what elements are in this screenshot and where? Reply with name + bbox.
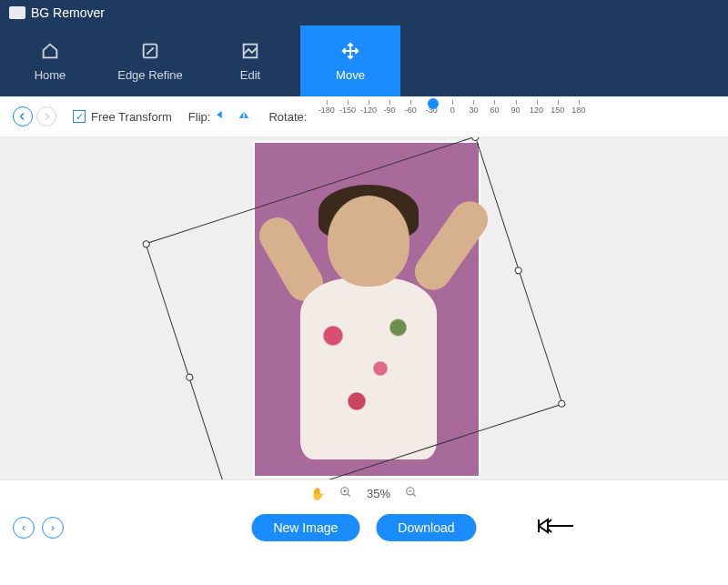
- zoom-in-icon[interactable]: [339, 486, 352, 501]
- rotate-slider[interactable]: -180-150-120-90-60-300306090120150180: [316, 106, 589, 127]
- next-image-button[interactable]: ›: [42, 517, 64, 539]
- handle-br[interactable]: [557, 399, 566, 408]
- app-logo-icon: [9, 6, 25, 19]
- flip-horizontal-icon[interactable]: [216, 107, 230, 126]
- flip-vertical-icon[interactable]: [236, 107, 252, 126]
- rotate-knob[interactable]: [428, 98, 439, 109]
- checkbox-icon: ✓: [73, 110, 86, 123]
- redo-button[interactable]: [36, 106, 56, 126]
- rotate-label: Rotate:: [268, 110, 307, 124]
- annotation-arrow-icon: [537, 516, 575, 540]
- app-title: BG Remover: [31, 5, 105, 20]
- home-icon: [40, 41, 60, 61]
- prev-image-button[interactable]: ‹: [13, 517, 35, 539]
- move-icon: [340, 41, 360, 61]
- hand-tool-icon[interactable]: ✋: [310, 487, 325, 500]
- svg-rect-2: [244, 110, 245, 120]
- footer: ‹ › New Image Download: [0, 507, 728, 548]
- tab-edge-refine[interactable]: Edge Refine: [100, 25, 200, 96]
- handle-tl[interactable]: [142, 239, 151, 248]
- tab-label: Move: [336, 68, 365, 82]
- zoom-level: 35%: [367, 487, 390, 500]
- flip-label: Flip:: [188, 110, 211, 124]
- subject-cutout: [264, 159, 470, 476]
- zoom-bar: ✋ 35%: [0, 479, 728, 507]
- zoom-out-icon[interactable]: [405, 486, 418, 501]
- tab-label: Home: [35, 68, 66, 82]
- tab-label: Edge Refine: [117, 68, 183, 82]
- edge-refine-icon: [140, 41, 160, 61]
- edit-icon: [240, 41, 260, 61]
- download-button[interactable]: Download: [376, 514, 476, 541]
- new-image-button[interactable]: New Image: [251, 514, 359, 541]
- tab-move[interactable]: Move: [300, 25, 400, 96]
- free-transform-toggle[interactable]: ✓ Free Transform: [73, 110, 172, 124]
- main-tabs: Home Edge Refine Edit Move: [0, 25, 728, 96]
- handle-mr[interactable]: [514, 266, 523, 275]
- tab-edit[interactable]: Edit: [200, 25, 300, 96]
- canvas[interactable]: [0, 137, 728, 479]
- undo-button[interactable]: [13, 106, 33, 126]
- free-transform-label: Free Transform: [91, 110, 172, 124]
- rotate-ticks: -180-150-120-90-60-300306090120150180: [316, 106, 589, 115]
- handle-ml[interactable]: [185, 373, 194, 382]
- tab-home[interactable]: Home: [0, 25, 100, 96]
- move-toolbar: ✓ Free Transform Flip: Rotate: -180-150-…: [0, 96, 728, 137]
- image-preview[interactable]: [253, 141, 480, 478]
- title-bar: BG Remover: [0, 0, 728, 25]
- tab-label: Edit: [240, 68, 260, 82]
